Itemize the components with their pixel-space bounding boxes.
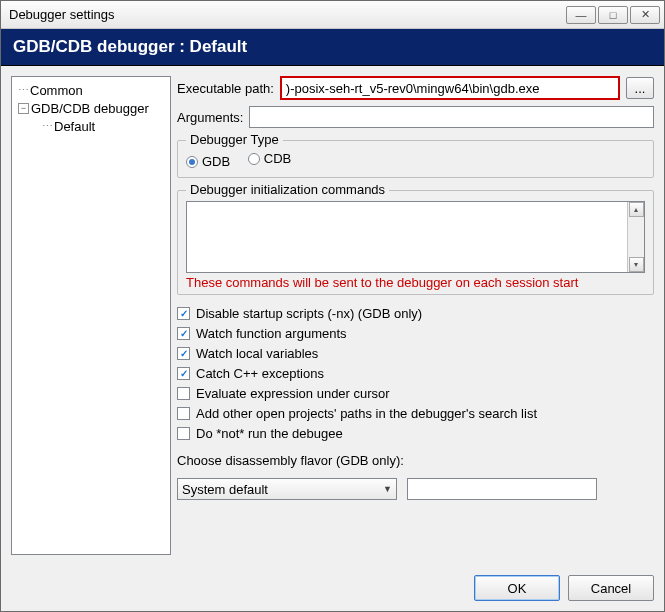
close-button[interactable]: ✕ xyxy=(630,6,660,24)
browse-button[interactable]: ... xyxy=(626,77,654,99)
radio-gdb[interactable]: GDB xyxy=(186,154,230,169)
debugger-settings-window: Debugger settings — □ ✕ GDB/CDB debugger… xyxy=(0,0,665,612)
checkbox-label: Do *not* run the debugee xyxy=(196,426,343,441)
page-title: GDB/CDB debugger : Default xyxy=(1,29,664,66)
executable-path-input[interactable]: )-posix-seh-rt_v5-rev0\mingw64\bin\gdb.e… xyxy=(280,76,620,100)
disassembly-label: Choose disassembly flavor (GDB only): xyxy=(177,453,654,468)
options-checklist: Disable startup scripts (-nx) (GDB only)… xyxy=(177,303,654,443)
arguments-label: Arguments: xyxy=(177,110,243,125)
checkbox-label: Watch local variables xyxy=(196,346,318,361)
tree-label: Default xyxy=(54,119,95,134)
radio-gdb-dot xyxy=(186,156,198,168)
executable-path-value: )-posix-seh-rt_v5-rev0\mingw64\bin\gdb.e… xyxy=(286,81,540,96)
chevron-down-icon: ▼ xyxy=(383,484,392,494)
init-commands-group: Debugger initialization commands ▴ ▾ The… xyxy=(177,190,654,295)
tree-item-gdbcdb[interactable]: − GDB/CDB debugger xyxy=(14,99,168,117)
scroll-down-icon[interactable]: ▾ xyxy=(629,257,644,272)
radio-cdb-dot xyxy=(248,153,260,165)
content-body: ⋯ Common − GDB/CDB debugger ⋯ Default Ex… xyxy=(1,66,664,565)
checkbox-icon xyxy=(177,387,190,400)
tree-collapse-icon[interactable]: − xyxy=(18,103,29,114)
checkbox-label: Catch C++ exceptions xyxy=(196,366,324,381)
tree-item-default[interactable]: ⋯ Default xyxy=(14,117,168,135)
tree-label: Common xyxy=(30,83,83,98)
ok-button[interactable]: OK xyxy=(474,575,560,601)
checkbox-option[interactable]: Watch function arguments xyxy=(177,323,654,343)
checkbox-icon xyxy=(177,407,190,420)
checkbox-option[interactable]: Catch C++ exceptions xyxy=(177,363,654,383)
executable-path-row: Executable path: )-posix-seh-rt_v5-rev0\… xyxy=(177,76,654,100)
settings-panel: Executable path: )-posix-seh-rt_v5-rev0\… xyxy=(177,76,654,555)
disassembly-row: System default ▼ xyxy=(177,478,654,500)
checkbox-label: Add other open projects' paths in the de… xyxy=(196,406,537,421)
checkbox-option[interactable]: Watch local variables xyxy=(177,343,654,363)
debugger-type-title: Debugger Type xyxy=(186,132,283,147)
init-commands-title: Debugger initialization commands xyxy=(186,182,389,197)
checkbox-label: Watch function arguments xyxy=(196,326,347,341)
checkbox-option[interactable]: Evaluate expression under cursor xyxy=(177,383,654,403)
checkbox-icon xyxy=(177,427,190,440)
debugger-type-group: Debugger Type GDB CDB xyxy=(177,140,654,178)
cancel-button[interactable]: Cancel xyxy=(568,575,654,601)
titlebar: Debugger settings — □ ✕ xyxy=(1,1,664,29)
scrollbar[interactable]: ▴ ▾ xyxy=(627,202,644,272)
radio-cdb-label: CDB xyxy=(264,151,291,166)
disassembly-flavor-combo[interactable]: System default ▼ xyxy=(177,478,397,500)
window-controls: — □ ✕ xyxy=(566,6,660,24)
checkbox-icon xyxy=(177,367,190,380)
scroll-up-icon[interactable]: ▴ xyxy=(629,202,644,217)
checkbox-icon xyxy=(177,347,190,360)
checkbox-icon xyxy=(177,327,190,340)
init-commands-textarea[interactable]: ▴ ▾ xyxy=(186,201,645,273)
tree-line-icon: ⋯ xyxy=(18,84,28,97)
tree-label: GDB/CDB debugger xyxy=(31,101,149,116)
disassembly-extra-input[interactable] xyxy=(407,478,597,500)
checkbox-option[interactable]: Disable startup scripts (-nx) (GDB only) xyxy=(177,303,654,323)
maximize-button[interactable]: □ xyxy=(598,6,628,24)
arguments-input[interactable] xyxy=(249,106,654,128)
checkbox-label: Disable startup scripts (-nx) (GDB only) xyxy=(196,306,422,321)
checkbox-label: Evaluate expression under cursor xyxy=(196,386,390,401)
minimize-button[interactable]: — xyxy=(566,6,596,24)
disassembly-flavor-value: System default xyxy=(182,482,268,497)
arguments-row: Arguments: xyxy=(177,106,654,128)
button-bar: OK Cancel xyxy=(1,565,664,611)
tree-line-icon: ⋯ xyxy=(42,120,52,133)
radio-cdb[interactable]: CDB xyxy=(248,151,291,166)
window-title: Debugger settings xyxy=(9,7,566,22)
settings-tree[interactable]: ⋯ Common − GDB/CDB debugger ⋯ Default xyxy=(11,76,171,555)
radio-gdb-label: GDB xyxy=(202,154,230,169)
checkbox-option[interactable]: Add other open projects' paths in the de… xyxy=(177,403,654,423)
init-commands-hint: These commands will be sent to the debug… xyxy=(186,273,645,290)
tree-item-common[interactable]: ⋯ Common xyxy=(14,81,168,99)
executable-path-label: Executable path: xyxy=(177,81,274,96)
checkbox-icon xyxy=(177,307,190,320)
checkbox-option[interactable]: Do *not* run the debugee xyxy=(177,423,654,443)
